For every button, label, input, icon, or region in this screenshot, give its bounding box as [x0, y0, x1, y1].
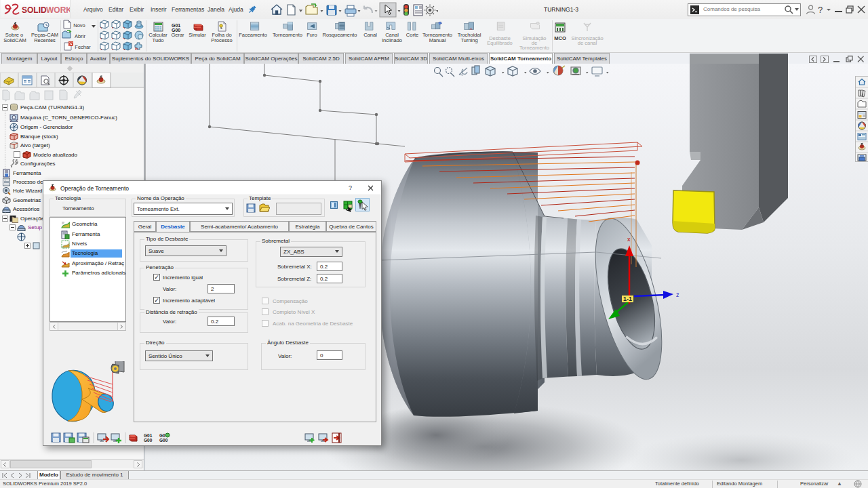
svg-text:WORKS: WORKS — [46, 5, 70, 15]
svg-text:G00: G00 — [144, 438, 153, 443]
svg-text:x: x — [627, 236, 631, 243]
svg-text:SOLID: SOLID — [22, 5, 47, 15]
svg-text:1-1: 1-1 — [623, 296, 632, 302]
svg-text:G01: G01 — [144, 433, 153, 438]
svg-text:G0: G0 — [159, 433, 165, 438]
svg-text:z: z — [676, 291, 679, 298]
svg-text:G00: G00 — [159, 438, 168, 443]
